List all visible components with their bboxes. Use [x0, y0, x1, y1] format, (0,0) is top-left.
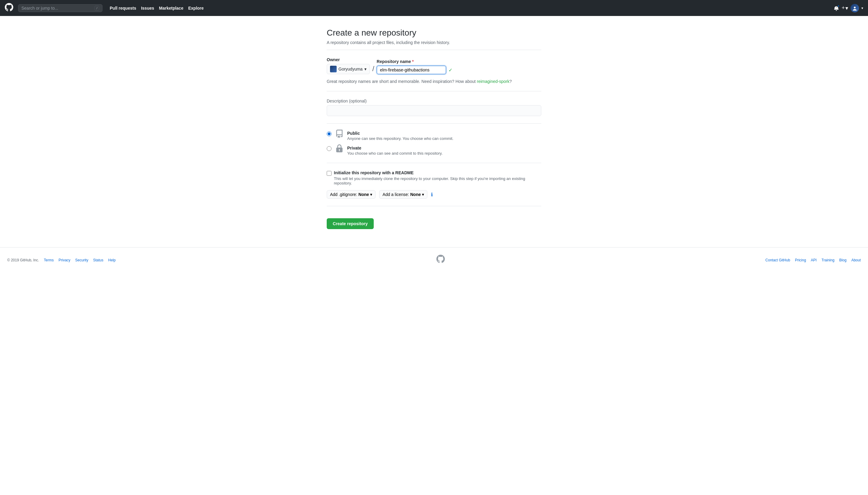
nav-right: + ▾ ▾ [834, 4, 863, 12]
nav-logo[interactable] [5, 3, 13, 13]
plus-icon: + [841, 5, 845, 11]
nav-issues[interactable]: Issues [141, 6, 154, 11]
init-text: Initialize this repository with a README… [334, 170, 541, 185]
owner-field-group: Owner Goryudyuma ▾ [327, 57, 370, 74]
repo-name-field-group: Repository name * ✓ [377, 59, 452, 74]
dropdowns-row: Add .gitignore: None ▾ Add a license: No… [327, 190, 541, 199]
slash-separator: / [372, 65, 374, 74]
section-divider-4 [327, 206, 541, 206]
suggestion-text: Great repository names are short and mem… [327, 79, 541, 84]
public-text: Public Anyone can see this repository. Y… [347, 131, 453, 141]
license-dropdown[interactable]: Add a license: None ▾ [379, 190, 427, 199]
section-divider-1 [327, 91, 541, 91]
gitignore-value: None [358, 192, 369, 197]
init-checkbox-row: Initialize this repository with a README… [327, 170, 541, 185]
private-text: Private You choose who can see and commi… [347, 146, 443, 156]
nav-explore[interactable]: Explore [188, 6, 204, 11]
description-input[interactable] [327, 105, 541, 116]
info-icon[interactable]: ℹ [431, 192, 433, 198]
suggestion-link[interactable]: reimagined-spork [477, 79, 509, 84]
owner-label: Owner [327, 57, 370, 62]
create-repository-button[interactable]: Create repository [327, 218, 374, 229]
gitignore-label: Add .gitignore: [330, 192, 357, 197]
license-arrow: ▾ [422, 192, 424, 197]
license-label: Add a license: [382, 192, 409, 197]
gitignore-dropdown[interactable]: Add .gitignore: None ▾ [327, 190, 376, 199]
gitignore-arrow: ▾ [370, 192, 372, 197]
page-subtitle: A repository contains all project files,… [327, 40, 541, 45]
owner-repo-row: Owner Goryudyuma ▾ / Repository name * ✓ [327, 57, 541, 74]
nav-dropdown-arrow: ▾ [845, 5, 848, 12]
owner-dropdown-arrow: ▾ [364, 67, 366, 71]
section-divider-3 [327, 163, 541, 163]
footer-status[interactable]: Status [93, 258, 103, 262]
footer-left: © 2019 GitHub, Inc. Terms Privacy Securi… [7, 258, 116, 262]
footer-pricing[interactable]: Pricing [795, 258, 806, 262]
avatar[interactable] [851, 4, 859, 12]
footer-logo [436, 255, 445, 265]
footer-blog[interactable]: Blog [839, 258, 847, 262]
page-title: Create a new repository [327, 28, 541, 38]
main-content: Create a new repository A repository con… [319, 16, 549, 247]
check-icon: ✓ [449, 67, 452, 73]
description-label: Description (optional) [327, 99, 541, 103]
footer-terms[interactable]: Terms [44, 258, 54, 262]
notifications-button[interactable] [834, 5, 839, 11]
init-section: Initialize this repository with a README… [327, 170, 541, 199]
repo-name-input[interactable] [377, 66, 446, 74]
footer-privacy[interactable]: Privacy [58, 258, 70, 262]
description-section: Description (optional) [327, 99, 541, 116]
license-value: None [410, 192, 421, 197]
footer-contact[interactable]: Contact GitHub [765, 258, 790, 262]
footer-security[interactable]: Security [75, 258, 88, 262]
owner-select[interactable]: Goryudyuma ▾ [327, 64, 370, 74]
footer-training[interactable]: Training [821, 258, 835, 262]
avatar-dropdown-arrow[interactable]: ▾ [861, 6, 863, 10]
required-indicator: * [412, 59, 414, 64]
footer-center [436, 255, 445, 265]
notification-dot [837, 5, 840, 7]
nav-pull-requests[interactable]: Pull requests [110, 6, 136, 11]
section-divider-2 [327, 123, 541, 124]
nav-links: Pull requests Issues Marketplace Explore [110, 6, 204, 11]
search-box[interactable]: / [18, 4, 103, 12]
new-menu-button[interactable]: + ▾ [841, 5, 848, 12]
footer-api[interactable]: API [811, 258, 816, 262]
nav-marketplace[interactable]: Marketplace [159, 6, 184, 11]
footer: © 2019 GitHub, Inc. Terms Privacy Securi… [0, 247, 868, 273]
owner-avatar [330, 66, 337, 72]
copyright: © 2019 GitHub, Inc. [7, 258, 39, 262]
search-kbd: / [94, 6, 99, 11]
visibility-section: Public Anyone can see this repository. Y… [327, 131, 541, 156]
repo-name-label: Repository name * [377, 59, 452, 64]
footer-help[interactable]: Help [108, 258, 116, 262]
navbar: / Pull requests Issues Marketplace Explo… [0, 0, 868, 16]
footer-about[interactable]: About [851, 258, 861, 262]
book-icon [335, 130, 344, 140]
search-input[interactable] [21, 6, 92, 11]
title-divider [327, 50, 541, 50]
lock-icon [335, 144, 344, 154]
private-radio[interactable] [327, 146, 331, 151]
public-radio[interactable] [327, 132, 331, 136]
private-option: Private You choose who can see and commi… [327, 146, 541, 156]
footer-right: Contact GitHub Pricing API Training Blog… [765, 258, 861, 262]
public-option: Public Anyone can see this repository. Y… [327, 131, 541, 141]
owner-name: Goryudyuma [338, 67, 363, 71]
init-checkbox[interactable] [327, 171, 331, 176]
